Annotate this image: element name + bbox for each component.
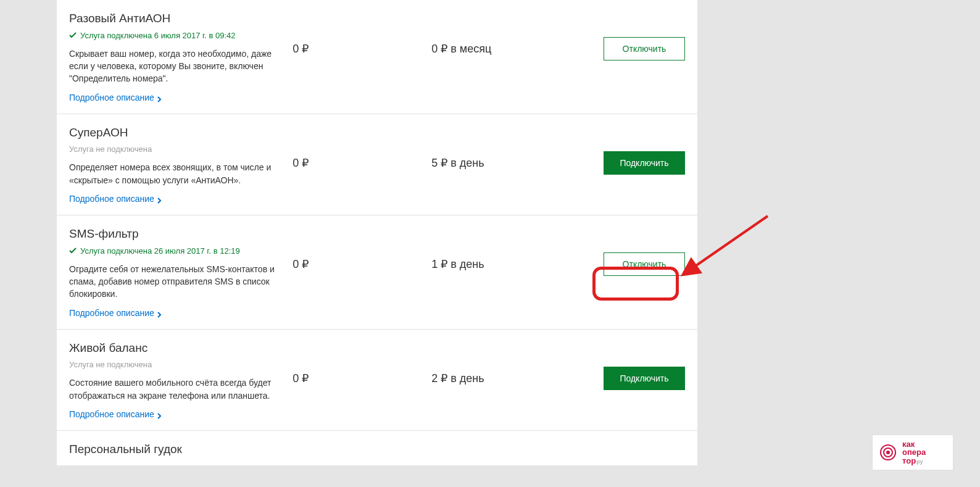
price-value: 0 bbox=[293, 258, 299, 270]
service-description: Состояние вашего мобильного счёта всегда… bbox=[69, 377, 280, 402]
chevron-right-icon bbox=[157, 94, 161, 101]
service-info: Разовый АнтиАОН Услуга подключена 6 июля… bbox=[69, 11, 293, 102]
service-status: Услуга не подключена bbox=[69, 360, 280, 369]
service-info: SMS-фильтр Услуга подключена 26 июля 201… bbox=[69, 227, 293, 318]
service-status-text: Услуга не подключена bbox=[69, 360, 152, 369]
logo-line1: как bbox=[902, 440, 926, 449]
details-link[interactable]: Подробное описание bbox=[69, 93, 161, 102]
ruble-icon: ₽ bbox=[441, 157, 447, 169]
service-status-text: Услуга подключена 26 июля 2017 г. в 12:1… bbox=[80, 246, 240, 256]
service-action: Отключить bbox=[570, 227, 685, 276]
service-period: 2 ₽ в день bbox=[431, 341, 570, 385]
check-icon bbox=[69, 247, 77, 254]
service-row: Живой баланс Услуга не подключена Состоя… bbox=[57, 329, 697, 430]
enable-button[interactable]: Подключить bbox=[604, 367, 685, 390]
ruble-icon: ₽ bbox=[441, 258, 447, 270]
service-row: SMS-фильтр Услуга подключена 26 июля 201… bbox=[57, 215, 697, 329]
service-action: Подключить bbox=[570, 125, 685, 175]
service-price: 0 ₽ bbox=[293, 11, 431, 56]
ruble-icon: ₽ bbox=[302, 258, 309, 270]
service-price: 0 ₽ bbox=[293, 227, 431, 271]
service-description: Определяет номера всех звонящих, в том ч… bbox=[69, 161, 280, 186]
service-title: Живой баланс bbox=[69, 341, 280, 356]
service-title: Разовый АнтиАОН bbox=[69, 11, 280, 26]
details-link-label: Подробное описание bbox=[69, 93, 154, 102]
period-suffix: в месяц bbox=[451, 43, 491, 55]
service-title: SMS-фильтр bbox=[69, 227, 280, 241]
site-logo: как опера торру bbox=[873, 435, 953, 470]
period-suffix: в день bbox=[451, 258, 484, 270]
period-value: 1 bbox=[431, 258, 438, 270]
service-action: Подключить bbox=[570, 341, 685, 390]
details-link-label: Подробное описание bbox=[69, 409, 154, 419]
ruble-icon: ₽ bbox=[302, 157, 309, 169]
logo-line2: опера bbox=[902, 448, 926, 457]
chevron-right-icon bbox=[157, 310, 161, 316]
service-status: Услуга не подключена bbox=[69, 144, 280, 154]
service-period: 0 ₽ в месяц bbox=[431, 11, 570, 56]
service-row: СуперАОН Услуга не подключена Определяет… bbox=[57, 114, 697, 215]
service-title: Персональный гудок bbox=[69, 442, 285, 457]
service-description: Оградите себя от нежелательных SMS-конта… bbox=[69, 263, 280, 301]
service-period: 5 ₽ в день bbox=[431, 125, 570, 170]
service-info: СуперАОН Услуга не подключена Определяет… bbox=[69, 125, 293, 204]
details-link[interactable]: Подробное описание bbox=[69, 409, 161, 419]
service-row: Персональный гудок bbox=[57, 430, 697, 465]
details-link[interactable]: Подробное описание bbox=[69, 194, 161, 204]
service-status-text: Услуга подключена 6 июля 2017 г. в 09:42 bbox=[80, 31, 236, 40]
svg-point-3 bbox=[886, 451, 890, 454]
period-value: 5 bbox=[431, 157, 438, 169]
service-info: Персональный гудок bbox=[69, 442, 297, 462]
enable-button[interactable]: Подключить bbox=[604, 151, 685, 175]
service-title: СуперАОН bbox=[69, 125, 280, 140]
service-period: 1 ₽ в день bbox=[431, 227, 570, 271]
logo-text: как опера торру bbox=[902, 440, 926, 465]
price-value: 0 bbox=[293, 43, 299, 55]
ruble-icon: ₽ bbox=[441, 43, 447, 55]
logo-mark-icon bbox=[879, 443, 897, 462]
service-info: Живой баланс Услуга не подключена Состоя… bbox=[69, 341, 293, 419]
disable-button[interactable]: Отключить bbox=[604, 252, 685, 276]
price-value: 0 bbox=[293, 372, 299, 385]
ruble-icon: ₽ bbox=[302, 372, 309, 385]
check-icon bbox=[69, 31, 77, 39]
service-row: Разовый АнтиАОН Услуга подключена 6 июля… bbox=[57, 0, 697, 114]
services-panel: Разовый АнтиАОН Услуга подключена 6 июля… bbox=[57, 0, 697, 465]
chevron-right-icon bbox=[157, 411, 161, 417]
chevron-right-icon bbox=[157, 196, 161, 202]
service-price: 0 ₽ bbox=[293, 341, 431, 385]
details-link-label: Подробное описание bbox=[69, 308, 154, 318]
service-price: 0 ₽ bbox=[293, 125, 431, 170]
service-status: Услуга подключена 26 июля 2017 г. в 12:1… bbox=[69, 246, 280, 256]
period-suffix: в день bbox=[451, 372, 484, 385]
details-link[interactable]: Подробное описание bbox=[69, 308, 161, 318]
logo-line3: торру bbox=[902, 457, 926, 465]
period-value: 2 bbox=[431, 372, 438, 385]
price-value: 0 bbox=[293, 157, 299, 169]
service-action: Отключить bbox=[570, 11, 685, 60]
ruble-icon: ₽ bbox=[302, 43, 309, 55]
details-link-label: Подробное описание bbox=[69, 194, 154, 204]
service-status-text: Услуга не подключена bbox=[69, 144, 152, 154]
service-status: Услуга подключена 6 июля 2017 г. в 09:42 bbox=[69, 31, 280, 40]
service-description: Скрывает ваш номер, когда это необходимо… bbox=[69, 48, 280, 85]
disable-button[interactable]: Отключить bbox=[604, 37, 685, 60]
period-suffix: в день bbox=[451, 157, 484, 169]
ruble-icon: ₽ bbox=[441, 372, 447, 385]
period-value: 0 bbox=[431, 43, 438, 55]
